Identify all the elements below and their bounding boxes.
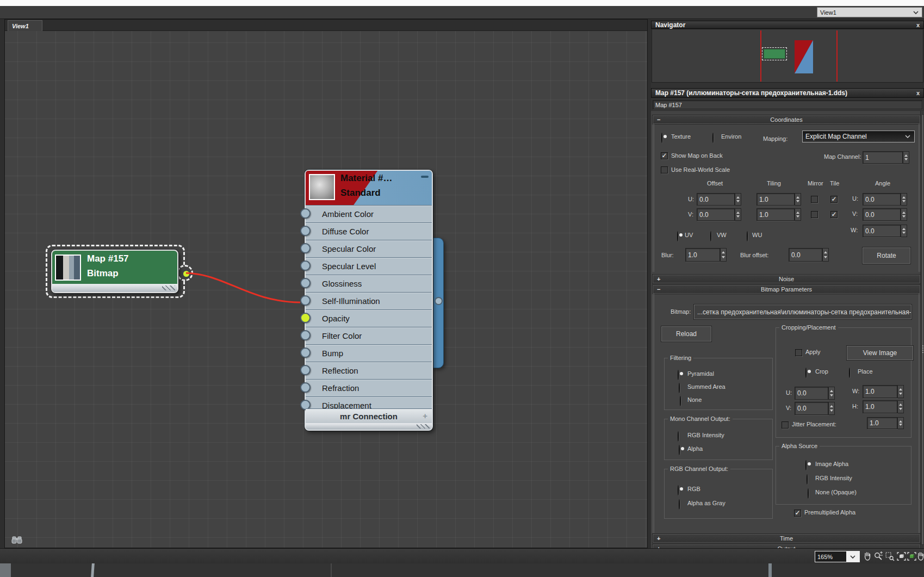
material-node[interactable]: Material #… Standard Ambient Color Diffu… (305, 170, 433, 431)
slot-filter-color[interactable]: Filter Color (306, 327, 432, 344)
slot-glossiness[interactable]: Glossiness (306, 275, 432, 292)
slot-ambient-color[interactable]: Ambient Color (306, 205, 432, 222)
spinner[interactable] (901, 193, 907, 206)
slot-self-illumination[interactable]: Self-Illumination (306, 292, 432, 309)
material-node-thumbnail[interactable] (309, 174, 335, 200)
radio-texture[interactable] (661, 133, 662, 143)
map-params-titlebar[interactable]: Map #157 (иллюминаторы-сетка предохранит… (651, 88, 924, 98)
chevron-down-icon[interactable] (912, 10, 920, 15)
reload-button[interactable]: Reload (661, 326, 711, 342)
material-output-socket[interactable] (435, 297, 443, 305)
angle-u-field[interactable]: 0.0 (863, 193, 901, 206)
rollout-time[interactable]: + Time (653, 534, 920, 543)
socket-icon[interactable] (300, 243, 311, 253)
scrollbar-thumb[interactable] (921, 114, 924, 545)
use-real-world-scale-checkbox[interactable] (661, 166, 668, 173)
socket-icon[interactable] (300, 260, 311, 271)
radio-pyramidal[interactable] (678, 370, 679, 380)
slot-refraction[interactable]: Refraction (306, 379, 432, 396)
spinner[interactable] (903, 151, 909, 164)
radio-image-alpha[interactable] (805, 460, 807, 470)
spinner[interactable] (735, 193, 741, 206)
slot-diffuse-color[interactable]: Diffuse Color (306, 222, 432, 240)
spinner[interactable] (795, 208, 801, 221)
mirror-u-checkbox[interactable] (811, 196, 818, 203)
radio-environ[interactable] (712, 133, 714, 143)
premultiplied-alpha-checkbox[interactable] (794, 510, 801, 517)
zoom-region-icon[interactable] (885, 551, 895, 562)
navigator-map-node[interactable] (762, 47, 787, 60)
blur-offset-field[interactable]: 0.0 (789, 248, 822, 262)
radio-none-opaque[interactable] (808, 488, 809, 499)
map-name-field[interactable]: Map #157 (653, 100, 922, 109)
spinner[interactable] (720, 248, 727, 262)
radio-place[interactable] (849, 368, 850, 378)
rollout-coordinates[interactable]: − Coordinates (653, 115, 920, 124)
spinner[interactable] (828, 402, 835, 415)
tile-v-checkbox[interactable] (830, 211, 838, 218)
offset-v-field[interactable]: 0.0 (697, 208, 735, 221)
collapse-icon[interactable]: − (657, 116, 660, 123)
slot-reflection[interactable]: Reflection (306, 362, 432, 379)
binoculars-icon[interactable] (11, 535, 22, 545)
zoom-tool-icon[interactable] (873, 551, 884, 562)
zoom-extents-selected-icon[interactable] (907, 551, 917, 562)
socket-icon[interactable] (300, 226, 311, 236)
apply-checkbox[interactable] (795, 349, 802, 356)
view-image-button[interactable]: View Image (847, 346, 913, 360)
angle-w-field[interactable]: 0.0 (863, 225, 901, 237)
bitmap-path-button[interactable]: ...сетка предохранительная\иллюминаторы-… (694, 305, 911, 319)
socket-icon[interactable] (300, 208, 311, 219)
spinner[interactable] (795, 193, 801, 206)
plus-icon[interactable]: + (423, 411, 427, 420)
socket-icon[interactable] (300, 382, 311, 393)
radio-mono-rgb-intensity[interactable] (678, 431, 679, 442)
crop-v-field[interactable]: 0.0 (795, 402, 828, 415)
socket-icon[interactable] (300, 330, 311, 340)
collapse-icon[interactable]: − (657, 286, 660, 293)
spinner[interactable] (735, 208, 741, 221)
slot-opacity[interactable]: Opacity (306, 309, 432, 327)
socket-icon[interactable] (300, 278, 311, 288)
radio-alpha-as-gray[interactable] (679, 499, 680, 510)
mr-connection-row[interactable]: mr Connection + (306, 408, 432, 423)
expand-icon[interactable]: + (657, 276, 660, 282)
view-selector-combo[interactable]: View1 (817, 7, 922, 17)
radio-summed-area[interactable] (679, 383, 680, 393)
radio-mono-alpha[interactable] (679, 445, 680, 455)
radio-none[interactable] (680, 396, 681, 406)
chevron-down-icon[interactable] (846, 551, 859, 562)
socket-icon[interactable] (300, 295, 311, 306)
jitter-placement-checkbox[interactable] (782, 421, 789, 429)
resize-grip-icon[interactable] (162, 286, 175, 290)
navigator-titlebar[interactable]: Navigator x (651, 21, 924, 29)
resize-grip-icon[interactable] (417, 424, 430, 429)
spinner[interactable] (901, 208, 907, 221)
chevron-down-icon[interactable] (904, 134, 911, 139)
zoom-level-combo[interactable]: 165% (815, 551, 860, 562)
spinner[interactable] (901, 225, 907, 237)
tiling-u-field[interactable]: 1.0 (756, 193, 795, 206)
crop-w-field[interactable]: 1.0 (863, 385, 897, 398)
jitter-field[interactable]: 1.0 (867, 417, 897, 429)
socket-icon-connected[interactable] (300, 313, 311, 323)
rollout-bitmap-parameters[interactable]: − Bitmap Parameters (653, 285, 920, 294)
pan-all-views-icon[interactable] (917, 551, 924, 562)
blur-field[interactable]: 1.0 (685, 248, 720, 262)
crop-h-field[interactable]: 1.0 (863, 400, 897, 413)
expand-icon[interactable]: + (657, 535, 660, 542)
map-node-thumbnail[interactable] (55, 255, 81, 281)
rollout-noise[interactable]: + Noise (653, 275, 920, 283)
close-icon[interactable]: x (916, 90, 920, 96)
spinner[interactable] (828, 387, 835, 400)
mapping-dropdown[interactable]: Explicit Map Channel (802, 131, 915, 142)
map-node[interactable]: Map #157 Bitmap (51, 250, 178, 293)
radio-vw[interactable] (710, 231, 711, 241)
panel-scrollbar[interactable] (920, 111, 924, 548)
radio-wu[interactable] (747, 231, 748, 241)
map-channel-field[interactable]: 1 (863, 151, 903, 164)
offset-u-field[interactable]: 0.0 (697, 193, 735, 206)
material-node-header[interactable]: Material #… Standard (306, 171, 432, 205)
slot-specular-color[interactable]: Specular Color (306, 240, 432, 257)
show-map-on-back-checkbox[interactable] (661, 152, 668, 159)
